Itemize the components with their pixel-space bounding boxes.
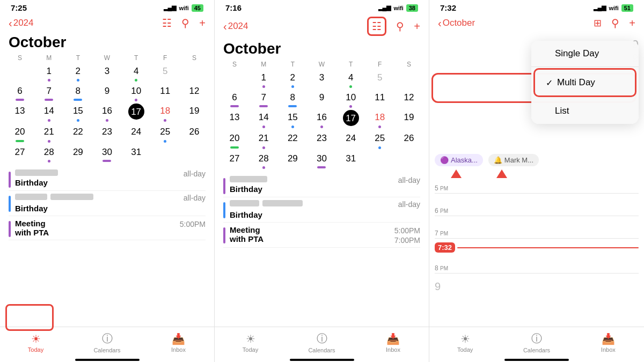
day-cell-7[interactable]: 7	[34, 84, 63, 102]
tab-inbox-1[interactable]: 📥 Inbox	[163, 333, 195, 353]
phone-panel-2: 7:16 ▂▄▆ wifi 38 ‹ 2024 ☷ ⚲ + October SM…	[215, 0, 429, 362]
wifi-icon-3: wifi	[609, 5, 618, 11]
chevron-left-icon-3: ‹	[438, 17, 442, 29]
chip-label-mark: Mark M...	[504, 156, 533, 164]
inbox-icon-3: 📥	[602, 333, 615, 345]
day-cell-26[interactable]: 26	[180, 124, 209, 143]
calendars-icon-3: ⓘ	[531, 331, 542, 346]
day-cell-29[interactable]: 29	[63, 145, 92, 164]
today-icon-3: ☀	[460, 333, 470, 345]
calendar-chip-mark[interactable]: 🔔 Mark M...	[488, 154, 539, 166]
calendar-chip-alaska[interactable]: 🟣 Alaska...	[435, 154, 483, 166]
back-button-1[interactable]: ‹ 2024	[9, 17, 34, 29]
week-row-4: 20 21 22 23 24 25 26	[5, 124, 209, 143]
nav-bar-3: ‹ October ⊞ ⚲ +	[429, 14, 644, 33]
day-cell-21[interactable]: 21	[34, 124, 63, 143]
day-cell-10[interactable]: 10	[122, 84, 151, 102]
multi-day-checkmark: ✓	[546, 78, 553, 88]
current-time-line	[457, 247, 639, 248]
tab-today-1[interactable]: ☀ Today	[20, 333, 52, 353]
nav-icons-2: ☷ ⚲ +	[367, 17, 420, 36]
tab-calendars-1[interactable]: ⓘ Calendars	[91, 331, 123, 353]
event-item-2[interactable]: Birthday all-day	[9, 191, 206, 216]
dropdown-list[interactable]: List	[531, 98, 639, 124]
day-cell-4[interactable]: 4	[122, 64, 151, 83]
event-item-2-1[interactable]: Birthday all-day	[223, 173, 420, 197]
day-cell-15[interactable]: 15	[63, 104, 92, 123]
back-october-label-3: October	[443, 18, 475, 28]
event-item-2-3[interactable]: Meetingwith PTA 5:00PM 7:00PM	[223, 223, 420, 248]
event-details-2-3: Meetingwith PTA	[230, 225, 390, 243]
day-cell-6[interactable]: 6	[5, 84, 34, 102]
day-cell-16[interactable]: 16	[92, 104, 121, 123]
phone-panel-3: 7:32 ▂▄▆ wifi 51 ‹ October ⊞ ⚲ + 99 Sing…	[429, 0, 644, 362]
list-view-icon-2[interactable]: ☷	[367, 17, 386, 36]
day-cell-17-today[interactable]: 17	[122, 104, 151, 123]
day-cell-3[interactable]: 3	[92, 64, 121, 83]
event-accent-2-1	[223, 178, 225, 194]
tab-today-3[interactable]: ☀ Today	[449, 333, 481, 353]
event-blurred-1	[15, 169, 58, 176]
dropdown-single-day[interactable]: Single Day	[531, 41, 639, 67]
wifi-icon-1: wifi	[179, 5, 188, 11]
status-time-2: 7:16	[225, 3, 241, 12]
event-accent-3	[9, 221, 11, 237]
day-cell-14[interactable]: 14	[34, 104, 63, 123]
events-list-2: Birthday all-day Birthday all-day Meetin…	[215, 171, 429, 327]
event-item-2-2[interactable]: Birthday all-day	[223, 197, 420, 223]
event-blurred-2-1	[230, 176, 267, 182]
day-cell-11[interactable]: 11	[151, 84, 180, 102]
dropdown-multi-day[interactable]: ✓ Multi Day	[533, 68, 636, 97]
tab-bar-2: ☀ Today ⓘ Calendars 📥 Inbox	[215, 327, 429, 357]
event-time-3: 5:00PM	[180, 220, 206, 228]
event-accent-1	[9, 172, 11, 188]
day-cell-27[interactable]: 27	[5, 145, 34, 164]
tab-inbox-2[interactable]: 📥 Inbox	[377, 333, 409, 353]
back-button-3[interactable]: ‹ October	[438, 17, 475, 29]
tab-today-2[interactable]: ☀ Today	[235, 333, 267, 353]
day-cell-5[interactable]: 5	[151, 64, 180, 83]
search-icon-3[interactable]: ⚲	[611, 17, 619, 29]
day-cell-empty3	[180, 145, 209, 164]
day-headers-1: S M T W T F S	[5, 53, 209, 63]
week-row-2-5: 27 28 29 30 31	[220, 151, 423, 170]
day-cell-31[interactable]: 31	[122, 145, 151, 164]
search-icon-2[interactable]: ⚲	[396, 20, 404, 33]
search-icon-1[interactable]: ⚲	[181, 17, 189, 29]
day-cell-25[interactable]: 25	[151, 124, 180, 143]
add-icon-1[interactable]: +	[199, 17, 206, 29]
tab-inbox-3[interactable]: 📥 Inbox	[592, 333, 624, 353]
slot-gap	[435, 253, 639, 261]
list-view-icon-1[interactable]: ☷	[162, 17, 172, 29]
day-cell-13[interactable]: 13	[5, 104, 34, 123]
day-cell-19[interactable]: 19	[180, 104, 209, 123]
event-item-1[interactable]: Birthday all-day	[9, 167, 206, 191]
back-button-2[interactable]: ‹ 2024	[223, 20, 248, 33]
day-cell-9[interactable]: 9	[92, 84, 121, 102]
day-cell-20[interactable]: 20	[5, 124, 34, 143]
day-cell-23[interactable]: 23	[92, 124, 121, 143]
day-cell-18[interactable]: 18	[151, 104, 180, 123]
add-icon-2[interactable]: +	[414, 20, 420, 33]
event-allday-2: all-day	[184, 194, 206, 202]
day-cell-12[interactable]: 12	[180, 84, 209, 102]
day-cell-30[interactable]: 30	[92, 145, 121, 164]
day-cell-2[interactable]: 2	[63, 64, 92, 83]
day-cell-28[interactable]: 28	[34, 145, 63, 164]
add-icon-3[interactable]: +	[629, 17, 635, 29]
grid-icon-3[interactable]: ⊞	[594, 17, 602, 29]
tab-calendars-2[interactable]: ⓘ Calendars	[306, 331, 338, 353]
calendars-icon-1: ⓘ	[102, 331, 113, 346]
event-item-3[interactable]: Meetingwith PTA 5:00PM	[9, 216, 206, 240]
day-cell-8[interactable]: 8	[63, 84, 92, 102]
day-header-m1: M	[34, 53, 63, 63]
day-cell-1[interactable]: 1	[34, 64, 63, 83]
time-slot-7pm: 7 PM	[435, 226, 639, 238]
tab-calendars-3[interactable]: ⓘ Calendars	[521, 331, 553, 353]
day-cell-22[interactable]: 22	[63, 124, 92, 143]
day-cell-24[interactable]: 24	[122, 124, 151, 143]
week-row-2-4: 20 21 22 23 24 25 26	[220, 131, 423, 150]
home-indicator-2	[290, 359, 354, 361]
status-bar-2: 7:16 ▂▄▆ wifi 38	[215, 0, 429, 14]
status-bar-3: 7:32 ▂▄▆ wifi 51	[429, 0, 644, 14]
